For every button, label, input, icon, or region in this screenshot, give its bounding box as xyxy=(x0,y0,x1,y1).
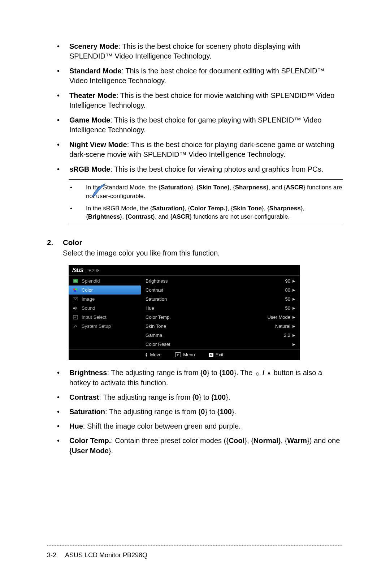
setting-saturation[interactable]: Saturation50▶ xyxy=(141,295,300,304)
image-icon xyxy=(72,297,79,301)
footer-title: ASUS LCD Monitor PB298Q xyxy=(65,551,147,559)
note-quill-icon xyxy=(90,181,108,199)
mode-desc: : This is the best choice for viewing ph… xyxy=(110,165,323,173)
updown-icon: ▲▼ xyxy=(145,353,148,357)
page-number: 3-2 xyxy=(47,551,56,559)
system-icon xyxy=(72,324,79,329)
section-heading: 2. Color xyxy=(47,238,343,247)
mode-list: Scenery Mode: This is the best choice fo… xyxy=(54,42,343,174)
mode-name: Night View Mode xyxy=(69,141,127,149)
menu-input[interactable]: Input Select xyxy=(69,313,141,322)
up-triangle-icon: ▲ xyxy=(266,370,272,375)
chevron-right-icon: ▶ xyxy=(292,279,295,283)
detail-colortemp: Color Temp.: Contain three preset color … xyxy=(54,435,343,456)
note-bullet: • xyxy=(70,204,86,222)
menu-splendid[interactable]: S Splendid xyxy=(69,276,141,286)
setting-colortemp[interactable]: Color Temp.User Mode▶ xyxy=(141,313,300,322)
detail-list: Brightness: The adjusting range is from … xyxy=(54,368,343,456)
footer-move: ▲▼ Move xyxy=(145,352,162,357)
manual-page: Scenery Mode: This is the best choice fo… xyxy=(0,0,390,588)
detail-contrast: Contrast: The adjusting range is from {0… xyxy=(54,392,343,402)
osd-settings: Brightness90▶ Contrast80▶ Saturation50▶ … xyxy=(141,276,300,349)
mode-theater: Theater Mode: This is the best choice fo… xyxy=(54,91,343,110)
menu-color[interactable]: Color xyxy=(69,286,141,295)
osd-panel: /SUS PB298 S Splendid Color xyxy=(69,265,300,360)
menu-image[interactable]: Image xyxy=(69,295,141,304)
svg-point-2 xyxy=(74,290,77,292)
setting-brightness[interactable]: Brightness90▶ xyxy=(141,276,300,286)
setting-skintone[interactable]: Skin ToneNatural▶ xyxy=(141,322,300,331)
setting-hue[interactable]: Hue50▶ xyxy=(141,304,300,313)
chevron-right-icon: ▶ xyxy=(292,324,295,328)
brightness-sun-icon: ☼ xyxy=(255,370,261,377)
chevron-right-icon: ▶ xyxy=(292,288,295,292)
mode-name: Scenery Mode xyxy=(69,42,118,50)
chevron-right-icon: ▶ xyxy=(292,342,295,346)
mode-name: Theater Mode xyxy=(69,91,116,99)
menu-system[interactable]: System Setup xyxy=(69,322,141,331)
chevron-right-icon: ▶ xyxy=(292,315,295,319)
menu-sound[interactable]: Sound xyxy=(69,304,141,313)
osd-model: PB298 xyxy=(86,268,100,273)
section-number: 2. xyxy=(47,238,63,247)
mode-game: Game Mode: This is the best choice for g… xyxy=(54,115,343,135)
footer-exit: S Exit xyxy=(209,352,224,357)
section-title: Color xyxy=(63,238,82,247)
footer-menu: ↵ Menu xyxy=(175,352,195,357)
splendid-icon: S xyxy=(72,279,79,283)
setting-colorreset[interactable]: Color Reset▶ xyxy=(141,340,300,349)
osd-header: /SUS PB298 xyxy=(69,265,300,276)
page-footer: 3-2 ASUS LCD Monitor PB298Q xyxy=(47,542,343,559)
mode-srgb: sRGB Mode: This is the best choice for v… xyxy=(54,164,343,174)
chevron-right-icon: ▶ xyxy=(292,333,295,337)
detail-saturation: Saturation: The adjusting range is from … xyxy=(54,407,343,417)
section-description: Select the image color you like from thi… xyxy=(63,248,343,258)
osd-menu: S Splendid Color Image xyxy=(69,276,141,349)
mode-scenery: Scenery Mode: This is the best choice fo… xyxy=(54,42,343,61)
setting-contrast[interactable]: Contrast80▶ xyxy=(141,286,300,295)
chevron-right-icon: ▶ xyxy=(292,297,295,301)
note-srgb: • In the sRGB Mode, the {Saturation}, {C… xyxy=(69,204,343,222)
chevron-right-icon: ▶ xyxy=(292,306,295,310)
asus-logo: /SUS xyxy=(72,267,83,273)
detail-hue: Hue: Shift the image color between green… xyxy=(54,421,343,431)
osd-footer: ▲▼ Move ↵ Menu S Exit xyxy=(69,349,300,360)
mode-name: sRGB Mode xyxy=(69,165,110,173)
enter-icon: ↵ xyxy=(175,352,181,357)
notes-block: • In the Standard Mode, the {Saturation}… xyxy=(69,179,343,227)
svg-marker-4 xyxy=(73,306,75,310)
mode-name: Game Mode xyxy=(69,116,110,124)
mode-name: Standard Mode xyxy=(69,67,121,75)
s-exit-icon: S xyxy=(209,353,213,357)
mode-standard: Standard Mode: This is the best choice f… xyxy=(54,66,343,86)
mode-nightview: Night View Mode: This is the best choice… xyxy=(54,140,343,159)
note-standard: • In the Standard Mode, the {Saturation}… xyxy=(69,183,343,201)
sound-icon xyxy=(72,306,79,310)
setting-gamma[interactable]: Gamma2.2▶ xyxy=(141,331,300,340)
color-icon xyxy=(72,288,79,292)
input-icon xyxy=(72,315,79,319)
note-bullet: • xyxy=(70,183,86,201)
detail-brightness: Brightness: The adjusting range is from … xyxy=(54,368,343,388)
